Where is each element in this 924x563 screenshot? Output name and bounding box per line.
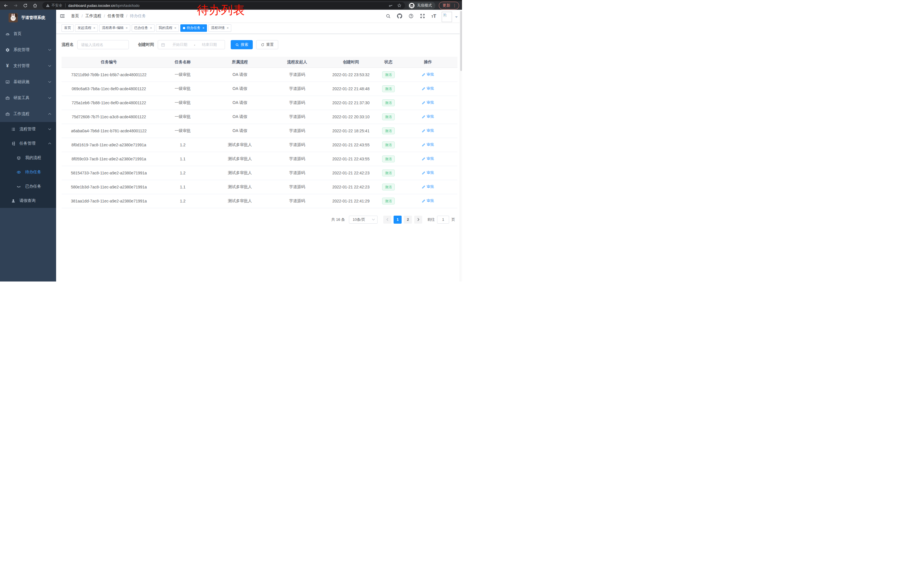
close-icon[interactable]: ×	[150, 26, 152, 30]
status-badge: 激活	[382, 128, 395, 134]
page-scrollbar[interactable]	[460, 11, 462, 281]
approve-link[interactable]: 审批	[422, 198, 434, 203]
security-label: 不安全	[51, 3, 62, 8]
cell-process: 测试多审批人	[209, 138, 270, 152]
page-button-1[interactable]: 1	[394, 216, 402, 224]
cell-task-name: 1.2	[156, 166, 209, 180]
sidebar-item-workflow[interactable]: 工作流程	[0, 106, 56, 122]
avatar[interactable]	[442, 12, 452, 22]
sidebar-item-label: 我的流程	[25, 155, 41, 161]
sidebar-item-label: 基础设施	[14, 79, 30, 84]
close-icon[interactable]: ×	[93, 26, 95, 30]
table-row: a6aba0a4-7b6d-11ec-b781-acde48001122一级审批…	[62, 124, 458, 138]
breadcrumb-item[interactable]: 工作流程	[85, 14, 101, 19]
font-size-icon[interactable]: TT	[428, 14, 440, 19]
date-range-picker[interactable]: 开始日期 - 结束日期	[158, 40, 225, 49]
home-button[interactable]	[32, 3, 38, 8]
back-button[interactable]	[3, 3, 9, 8]
sidebar-item-process-mgmt[interactable]: 流程管理	[0, 122, 56, 136]
process-name-label: 流程名	[62, 42, 74, 47]
prev-page-button[interactable]	[383, 216, 391, 224]
sidebar-item-system[interactable]: 系统管理	[0, 42, 56, 58]
cell-create-time: 2022-01-21 22:43:55	[324, 138, 378, 152]
sidebar-fold-icon[interactable]	[60, 13, 66, 19]
dashboard-icon	[5, 32, 10, 36]
cell-starter: 芋道源码	[270, 124, 324, 138]
sidebar-item-leave-query[interactable]: 请假查询	[0, 194, 56, 208]
sidebar-logo[interactable]: 芋道管理系统	[0, 10, 56, 26]
table-row: 580e1b3d-7ac8-11ec-a9e2-a2380e71991a1.1测…	[62, 180, 458, 194]
search-icon[interactable]	[382, 14, 394, 19]
page-size-select[interactable]: 10条/页	[349, 216, 378, 224]
next-page-button[interactable]	[414, 216, 422, 224]
table-row: 58154733-7ac8-11ec-a9e2-a2380e71991a1.2测…	[62, 166, 458, 180]
tab-my-process[interactable]: 我的流程×	[156, 24, 179, 32]
cell-process: OA 请假	[209, 110, 270, 124]
sidebar-item-todo-task[interactable]: 待办任务	[0, 165, 56, 179]
create-time-label: 创建时间	[138, 42, 154, 47]
cell-create-time: 2022-01-22 23:53:32	[324, 68, 378, 82]
status-badge: 激活	[382, 113, 395, 120]
approve-link[interactable]: 审批	[422, 114, 434, 119]
cell-process: OA 请假	[209, 68, 270, 82]
approve-link[interactable]: 审批	[422, 142, 434, 147]
approve-link[interactable]: 审批	[422, 156, 434, 161]
breadcrumb-item[interactable]: 任务管理	[108, 14, 124, 19]
end-date-placeholder: 结束日期	[197, 42, 222, 47]
browser-update-button[interactable]: 更新 ⋮	[439, 2, 459, 9]
status-badge: 激活	[382, 99, 395, 106]
pencil-icon	[422, 157, 426, 161]
tab-done-task[interactable]: 已办任务×	[132, 24, 154, 32]
sidebar-item-home[interactable]: 首页	[0, 26, 56, 42]
sidebar-item-task-mgmt[interactable]: 任务管理	[0, 136, 56, 151]
cell-create-time: 2022-01-22 21:37:30	[324, 96, 378, 110]
approve-link[interactable]: 审批	[422, 100, 434, 105]
cell-create-time: 2022-01-22 20:33:10	[324, 110, 378, 124]
cell-task-name: 1.1	[156, 152, 209, 166]
reload-button[interactable]	[22, 3, 28, 8]
cell-starter: 芋道源码	[270, 166, 324, 180]
sidebar-item-my-process[interactable]: 我的流程	[0, 151, 56, 165]
monitor-icon	[5, 80, 10, 84]
browser-menu-icon[interactable]: ⋮	[453, 3, 456, 8]
sidebar-item-infra[interactable]: 基础设施	[0, 74, 56, 90]
approve-link[interactable]: 审批	[422, 128, 434, 133]
cell-action: 审批	[399, 194, 458, 208]
tab-start-process[interactable]: 发起流程×	[75, 24, 98, 32]
tab-home[interactable]: 首页	[62, 24, 74, 32]
close-icon[interactable]: ×	[227, 26, 229, 30]
sidebar-item-payment[interactable]: ¥支付管理	[0, 58, 56, 74]
page-button-2[interactable]: 2	[404, 216, 412, 224]
cell-create-time: 2022-01-21 22:41:29	[324, 194, 378, 208]
tab-todo-task[interactable]: 待办任务×	[180, 24, 207, 32]
goto-page-input[interactable]	[437, 216, 449, 224]
avatar-caret-icon[interactable]	[455, 16, 458, 18]
approve-link[interactable]: 审批	[422, 86, 434, 91]
close-icon[interactable]: ×	[126, 26, 128, 30]
approve-link[interactable]: 审批	[422, 72, 434, 77]
tab-process-detail[interactable]: 流程详情×	[208, 24, 231, 32]
sidebar-item-devtools[interactable]: 研发工具	[0, 90, 56, 106]
bookmark-star-icon[interactable]	[397, 3, 402, 8]
search-button[interactable]: 搜索	[231, 40, 253, 49]
fullscreen-icon[interactable]	[417, 14, 428, 19]
close-icon[interactable]: ×	[202, 26, 204, 30]
forward-button[interactable]	[13, 3, 18, 8]
sidebar: 芋道管理系统 首页系统管理¥支付管理基础设施研发工具工作流程流程管理任务管理我的…	[0, 10, 56, 281]
github-icon[interactable]	[394, 14, 405, 19]
cell-action: 审批	[399, 152, 458, 166]
close-icon[interactable]: ×	[174, 26, 176, 30]
tab-form-edit[interactable]: 流程表单-编辑×	[99, 24, 130, 32]
process-name-input[interactable]	[77, 40, 129, 49]
help-icon[interactable]	[405, 14, 417, 19]
reset-button[interactable]: 重置	[256, 40, 278, 49]
cell-status: 激活	[378, 194, 399, 208]
cell-task-name: 一级审批	[156, 110, 209, 124]
approve-link[interactable]: 审批	[422, 184, 434, 189]
approve-link[interactable]: 审批	[422, 170, 434, 175]
password-key-icon[interactable]	[388, 3, 393, 8]
cell-task-id: 580e1b3d-7ac8-11ec-a9e2-a2380e71991a	[62, 180, 156, 194]
sidebar-item-done-task[interactable]: 已办任务	[0, 179, 56, 194]
status-badge: 激活	[382, 170, 395, 176]
breadcrumb-item[interactable]: 首页	[71, 14, 79, 19]
